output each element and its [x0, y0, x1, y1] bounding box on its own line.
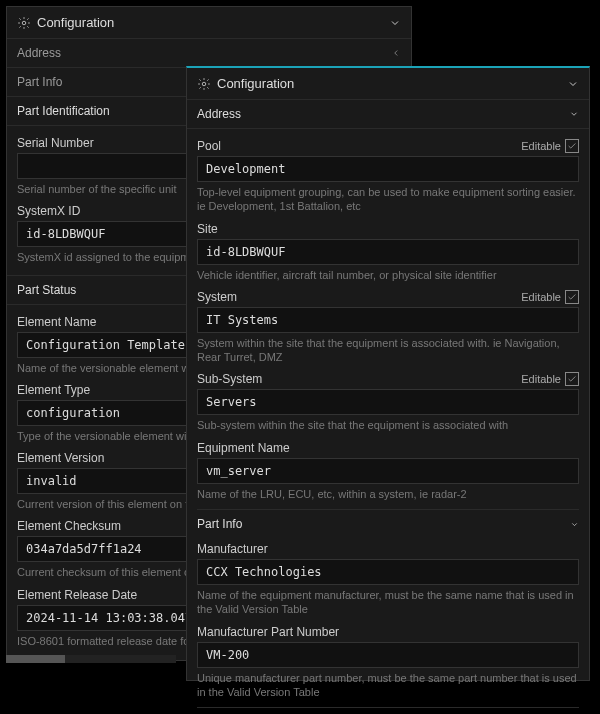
help-text: Name of the equipment manufacturer, must… — [197, 588, 579, 617]
config-panel-front: Configuration Address Pool Editable Top-… — [186, 66, 590, 681]
label: Element Checksum — [17, 519, 121, 533]
section-address[interactable]: Address — [187, 100, 589, 129]
editable-label: Editable — [521, 373, 561, 385]
mfr-part-input[interactable] — [197, 642, 579, 668]
equipment-name-input[interactable] — [197, 458, 579, 484]
section-part-identification[interactable]: Part Identification — [197, 707, 579, 714]
panel-header[interactable]: Configuration — [187, 68, 589, 100]
editable-checkbox[interactable] — [565, 372, 579, 386]
chevron-left-icon — [391, 48, 401, 58]
label: System — [197, 290, 237, 304]
editable-label: Editable — [521, 291, 561, 303]
label: Element Release Date — [17, 588, 137, 602]
field-sub-system: Sub-System Editable Sub-system within th… — [197, 372, 579, 432]
site-input[interactable] — [197, 239, 579, 265]
gear-icon — [17, 16, 31, 30]
label: Manufacturer Part Number — [197, 625, 339, 639]
editable-checkbox[interactable] — [565, 290, 579, 304]
panel-title: Configuration — [217, 76, 294, 91]
pool-input[interactable] — [197, 156, 579, 182]
label: Sub-System — [197, 372, 262, 386]
help-text: Sub-system within the site that the equi… — [197, 418, 579, 432]
label: Manufacturer — [197, 542, 268, 556]
chevron-down-icon — [567, 78, 579, 90]
field-pool: Pool Editable Top-level equipment groupi… — [197, 139, 579, 214]
address-body: Pool Editable Top-level equipment groupi… — [187, 129, 589, 714]
field-equipment-name: Equipment Name Name of the LRU, ECU, etc… — [197, 441, 579, 501]
help-text: System within the site that the equipmen… — [197, 336, 579, 365]
help-text: Name of the LRU, ECU, etc, within a syst… — [197, 487, 579, 501]
chevron-down-icon — [570, 520, 579, 529]
field-site: Site Vehicle identifier, aircraft tail n… — [197, 222, 579, 282]
chevron-down-icon — [389, 17, 401, 29]
label: SystemX ID — [17, 204, 80, 218]
label: Element Version — [17, 451, 104, 465]
editable-checkbox[interactable] — [565, 139, 579, 153]
chevron-down-icon — [569, 109, 579, 119]
field-manufacturer: Manufacturer Name of the equipment manuf… — [197, 542, 579, 617]
help-text: Unique manufacturer part number, must be… — [197, 671, 579, 700]
field-manufacturer-part-number: Manufacturer Part Number Unique manufact… — [197, 625, 579, 700]
system-input[interactable] — [197, 307, 579, 333]
gear-icon — [197, 77, 211, 91]
field-system: System Editable System within the site t… — [197, 290, 579, 365]
label: Element Type — [17, 383, 90, 397]
editable-label: Editable — [521, 140, 561, 152]
label: Element Name — [17, 315, 96, 329]
section-part-info[interactable]: Part Info — [197, 509, 579, 538]
svg-point-0 — [22, 21, 26, 25]
help-text: Top-level equipment grouping, can be use… — [197, 185, 579, 214]
manufacturer-input[interactable] — [197, 559, 579, 585]
panel-title: Configuration — [37, 15, 114, 30]
help-text: Vehicle identifier, aircraft tail number… — [197, 268, 579, 282]
label: Site — [197, 222, 218, 236]
label: Pool — [197, 139, 221, 153]
svg-point-1 — [202, 82, 206, 86]
label: Serial Number — [17, 136, 94, 150]
label: Equipment Name — [197, 441, 290, 455]
horizontal-scrollbar[interactable] — [6, 655, 176, 663]
sub-system-input[interactable] — [197, 389, 579, 415]
panel-header[interactable]: Configuration — [7, 7, 411, 39]
section-address[interactable]: Address — [7, 39, 411, 68]
